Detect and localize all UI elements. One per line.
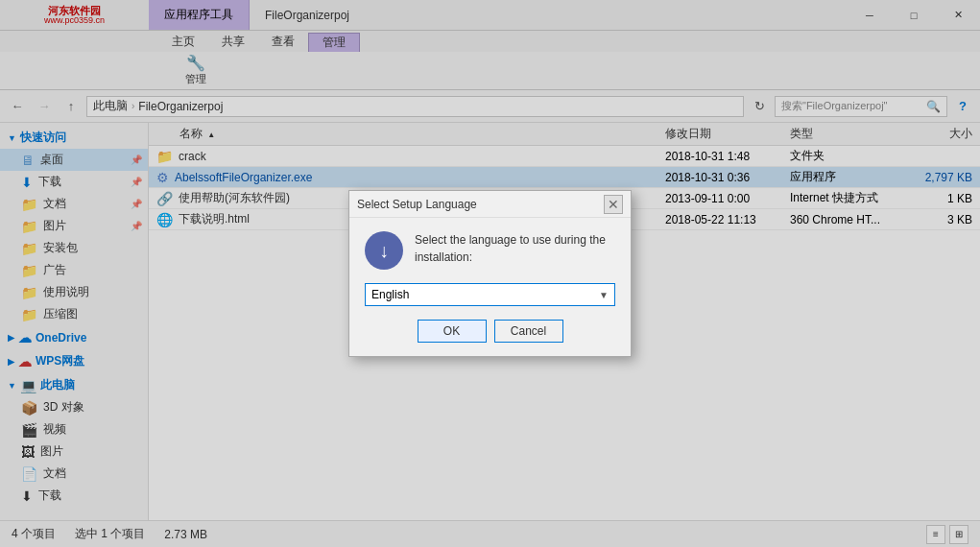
dialog-close-button[interactable]: ✕: [604, 195, 623, 214]
dialog-content-row: ↓ Select the language to use during the …: [365, 231, 615, 270]
ok-button[interactable]: OK: [418, 320, 487, 343]
dialog-message-line1: Select the language to use during the: [415, 231, 606, 249]
setup-language-dialog: Select Setup Language ✕ ↓ Select the lan…: [348, 190, 632, 357]
dialog-select-row: English ▼: [365, 283, 615, 306]
dropdown-arrow-icon: ▼: [599, 290, 609, 300]
cancel-button[interactable]: Cancel: [494, 320, 563, 343]
dialog-message-line2: installation:: [415, 249, 606, 266]
dialog-buttons: OK Cancel: [365, 320, 615, 343]
dialog-overlay: Select Setup Language ✕ ↓ Select the lan…: [0, 0, 980, 547]
dialog-title-bar: Select Setup Language ✕: [349, 191, 631, 218]
setup-icon: ↓: [365, 231, 403, 270]
dialog-title: Select Setup Language: [357, 198, 477, 211]
language-value: English: [371, 288, 409, 301]
dialog-body: ↓ Select the language to use during the …: [349, 218, 631, 356]
language-select[interactable]: English ▼: [365, 283, 615, 306]
dialog-message: Select the language to use during the in…: [415, 231, 606, 266]
